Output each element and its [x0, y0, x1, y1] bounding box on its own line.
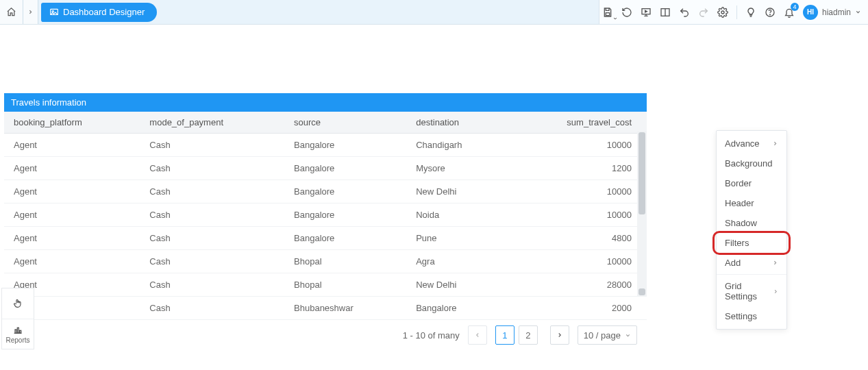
- table-cell: Bangalore: [284, 157, 406, 180]
- notification-count-badge: 4: [791, 3, 799, 11]
- column-header[interactable]: booking_platform: [4, 112, 140, 134]
- data-table: booking_platform mode_of_payment source …: [4, 112, 647, 320]
- table-row[interactable]: AgentCashBangaloreChandigarh10000: [4, 134, 647, 157]
- redo-button[interactable]: [695, 4, 712, 21]
- context-menu-item-label: Shadow: [725, 218, 757, 228]
- table-cell: Bangalore: [406, 297, 508, 320]
- table-cell: Bhopal: [284, 250, 406, 273]
- column-header[interactable]: mode_of_payment: [140, 112, 284, 134]
- next-page-button[interactable]: [550, 325, 569, 345]
- table-cell: New Delhi: [406, 273, 508, 297]
- table-cell: Cash: [140, 134, 284, 157]
- context-menu-item[interactable]: Header: [717, 193, 786, 213]
- prev-page-button[interactable]: [468, 325, 487, 345]
- context-menu-item-label: Settings: [725, 311, 757, 321]
- svg-rect-11: [15, 330, 16, 333]
- gear-icon: [717, 7, 728, 18]
- home-button[interactable]: [0, 0, 23, 24]
- table-cell: New Delhi: [406, 180, 508, 204]
- table-row[interactable]: AgentCashBhopalAgra10000: [4, 250, 647, 273]
- table-cell: Cash: [140, 297, 284, 320]
- top-actions: 4 HI hiadmin: [599, 0, 868, 24]
- table-row[interactable]: AgentCashBangaloreNew Delhi10000: [4, 180, 647, 204]
- undo-button[interactable]: [676, 4, 693, 21]
- grid-footer: 1 - 10 of many 12 10 / page: [4, 320, 647, 345]
- context-menu-item[interactable]: Grid Settings: [717, 274, 786, 306]
- settings-gear-button[interactable]: [715, 4, 731, 21]
- context-menu-item-label: Background: [725, 158, 772, 169]
- hint-button[interactable]: [743, 4, 759, 21]
- dock-reports-label: Reports: [5, 336, 29, 344]
- table-cell: 28000: [508, 273, 647, 297]
- table-cell: Agent: [4, 180, 140, 204]
- svg-point-7: [721, 11, 724, 14]
- home-icon: [6, 7, 16, 17]
- breadcrumb-current[interactable]: Dashboard Designer: [41, 3, 157, 22]
- save-dropdown-button[interactable]: [599, 4, 616, 21]
- table-cell: Bangalore: [284, 180, 406, 204]
- column-header[interactable]: destination: [406, 112, 508, 134]
- divider: [736, 5, 737, 19]
- table-header-row: booking_platform mode_of_payment source …: [4, 112, 647, 134]
- page-number-button[interactable]: 1: [495, 325, 514, 345]
- help-button[interactable]: [762, 4, 778, 21]
- table-cell: 1200: [508, 157, 647, 180]
- column-header[interactable]: sum_travel_cost: [508, 112, 647, 134]
- svg-point-1: [52, 10, 53, 12]
- dock-touch-button[interactable]: [2, 288, 34, 319]
- table-row[interactable]: AgentCashBhopalNew Delhi28000: [4, 273, 647, 297]
- table-cell: Mysore: [406, 157, 508, 180]
- dock-reports-button[interactable]: Reports: [2, 319, 34, 349]
- help-icon: [765, 7, 776, 18]
- lightbulb-icon: [745, 7, 756, 18]
- table-cell: Bangalore: [284, 204, 406, 227]
- bar-chart-icon: [12, 324, 23, 335]
- record-range-label: 1 - 10 of many: [403, 330, 460, 341]
- chevron-down-icon: [855, 9, 861, 15]
- table-cell: Cash: [140, 180, 284, 204]
- context-menu: AdvanceBackgroundBorderHeaderShadowFilte…: [716, 130, 787, 330]
- table-cell: Cash: [140, 273, 284, 297]
- table-cell: 10000: [508, 250, 647, 273]
- chevron-left-icon: [474, 332, 481, 338]
- table-cell: Cash: [140, 204, 284, 227]
- context-menu-item[interactable]: Shadow: [717, 213, 786, 233]
- table-cell: Chandigarh: [406, 134, 508, 157]
- table-cell: Agent: [4, 134, 140, 157]
- table-cell: Agent: [4, 250, 140, 273]
- context-menu-item[interactable]: Background: [717, 153, 786, 173]
- split-view-button[interactable]: [657, 4, 673, 21]
- svg-rect-12: [17, 328, 18, 333]
- context-menu-item[interactable]: Filters: [717, 233, 786, 253]
- table-cell: Bangalore: [284, 134, 406, 157]
- context-menu-item[interactable]: Border: [717, 173, 786, 193]
- table-row[interactable]: CashBhubaneshwarBangalore2000: [4, 297, 647, 320]
- avatar: HI: [803, 5, 818, 20]
- page-size-select[interactable]: 10 / page: [578, 325, 637, 345]
- table-cell: 4800: [508, 227, 647, 250]
- table-row[interactable]: AgentCashBangalorePune4800: [4, 227, 647, 250]
- present-button[interactable]: [638, 4, 654, 21]
- table-cell: Agra: [406, 250, 508, 273]
- table-cell: 10000: [508, 134, 647, 157]
- notifications-button[interactable]: 4: [781, 4, 797, 21]
- user-menu[interactable]: HI hiadmin: [800, 5, 861, 20]
- context-menu-item[interactable]: Add: [717, 253, 786, 273]
- refresh-button[interactable]: [619, 4, 635, 21]
- user-name-label: hiadmin: [822, 8, 851, 17]
- chevron-right-icon: [556, 332, 563, 338]
- context-menu-item[interactable]: Advance: [717, 134, 786, 153]
- scrollbar[interactable]: [637, 131, 647, 297]
- context-menu-item-label: Border: [725, 178, 752, 188]
- table-cell: Agent: [4, 157, 140, 180]
- table-row[interactable]: AgentCashBangaloreNoida10000: [4, 204, 647, 227]
- chevron-right-icon: [27, 9, 34, 15]
- table-cell: 10000: [508, 180, 647, 204]
- context-menu-item[interactable]: Settings: [717, 306, 786, 326]
- page-number-button[interactable]: 2: [519, 325, 538, 345]
- table-cell: Bhopal: [284, 273, 406, 297]
- table-row[interactable]: AgentCashBangaloreMysore1200: [4, 157, 647, 180]
- svg-rect-2: [606, 12, 609, 15]
- column-header[interactable]: source: [284, 112, 406, 134]
- table-cell: Cash: [140, 250, 284, 273]
